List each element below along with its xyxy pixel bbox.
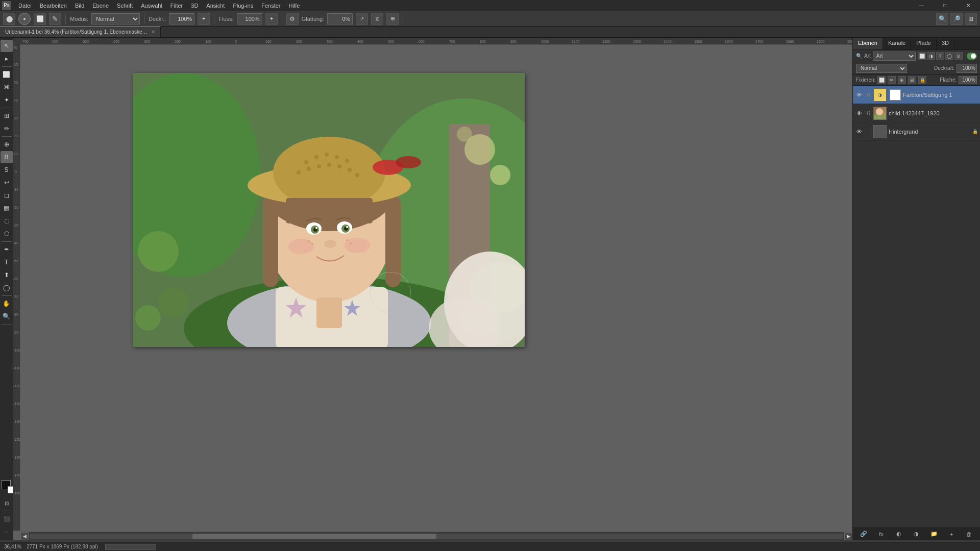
tool-move[interactable]: ↖	[1, 40, 13, 52]
layer-item-2[interactable]: 👁 ⛓ child-1423447_1920	[853, 104, 980, 122]
tool-quick-mask[interactable]: ⊡	[1, 497, 13, 509]
menu-bild[interactable]: Bild	[71, 2, 88, 10]
layer-1-visibility[interactable]: 👁	[855, 91, 863, 99]
scroll-left-button[interactable]: ◀	[20, 532, 29, 540]
filter-text-btn[interactable]: T	[936, 52, 944, 60]
tool-quick-select[interactable]: ✦	[1, 94, 13, 106]
tool-screen-mode[interactable]: ⬛	[1, 513, 13, 525]
tab-close-button[interactable]: ✕	[151, 29, 155, 35]
filter-adjust-btn[interactable]: ◑	[927, 52, 935, 60]
bg-swatch[interactable]	[8, 486, 14, 493]
tool-pen[interactable]: ✒	[1, 243, 13, 256]
tool-lasso[interactable]: ⌘	[1, 81, 13, 93]
filter-pixel-btn[interactable]: ⬜	[918, 52, 926, 60]
layer-2-visibility[interactable]: 👁	[855, 109, 863, 117]
modus-dropdown[interactable]: Normal Auflösen Abdunkeln Multiplizieren	[91, 13, 140, 24]
tool-clone[interactable]: S	[1, 164, 13, 176]
filter-shape-btn[interactable]: ◯	[945, 52, 953, 60]
menu-schrift[interactable]: Schrift	[113, 2, 137, 10]
lock-paint-btn[interactable]: ✏	[888, 76, 896, 84]
brush-preset-picker[interactable]: ⬤	[3, 13, 15, 25]
airbrush-toggle[interactable]: ✎	[49, 13, 61, 25]
minimize-button[interactable]: —	[910, 0, 933, 11]
tool-hand[interactable]: ✋	[1, 297, 13, 310]
pressure-flow-btn[interactable]: ✦	[265, 13, 278, 25]
glattung-input[interactable]	[327, 13, 353, 24]
lock-artboard-btn[interactable]: ⊕	[898, 76, 906, 84]
pressure-opacity-btn[interactable]: ✦	[198, 13, 210, 25]
search-btn[interactable]: 🔎	[950, 13, 963, 25]
layer-3-visibility[interactable]: 👁	[855, 128, 863, 136]
lock-position-btn[interactable]: ⊞	[908, 76, 916, 84]
fluss-input[interactable]	[237, 13, 262, 24]
menu-3d[interactable]: 3D	[187, 2, 202, 10]
layer-item-1[interactable]: 👁 ⛓ ◑ Farbton/Sättigung 1	[853, 86, 980, 104]
tab-pfade[interactable]: Pfade	[911, 38, 937, 49]
menu-bearbeiten[interactable]: Bearbeiten	[36, 2, 71, 10]
tool-path-selection[interactable]: ⬆	[1, 269, 13, 281]
tab-kanaele[interactable]: Kanäle	[883, 38, 911, 49]
tool-history-brush[interactable]: ↩	[1, 177, 13, 189]
cloud-search-btn[interactable]: 🔍	[936, 13, 948, 25]
tool-crop[interactable]: ⊞	[1, 110, 13, 122]
tab-ebenen[interactable]: Ebenen	[853, 38, 883, 49]
lock-transparent-btn[interactable]: ⬜	[877, 76, 886, 84]
symmetry-btn[interactable]: ⧖	[371, 13, 383, 25]
layer-2-chain[interactable]: ⛓	[865, 109, 871, 117]
tool-eyedropper[interactable]: ✏	[1, 122, 13, 135]
tool-extra[interactable]: ···	[1, 525, 13, 538]
adjustment-layer-btn[interactable]: ◑	[911, 530, 921, 539]
canvas-area[interactable]: -700 -600 -500 -400 -300 -200 -100 0 100…	[13, 38, 852, 540]
photo-canvas[interactable]	[133, 73, 525, 347]
fill-input[interactable]	[959, 76, 977, 84]
scroll-thumb-h[interactable]	[192, 534, 436, 539]
tool-blur[interactable]: ◌	[1, 215, 13, 227]
menu-plugins[interactable]: Plug-ins	[229, 2, 257, 10]
menu-auswahl[interactable]: Auswahl	[137, 2, 166, 10]
menu-ansicht[interactable]: Ansicht	[202, 2, 229, 10]
add-style-btn[interactable]: fx	[876, 530, 887, 539]
canvas-wrapper[interactable]	[20, 45, 852, 531]
tool-gradient[interactable]: ▦	[1, 202, 13, 214]
art-filter-dropdown[interactable]: Art	[873, 52, 916, 61]
menu-fenster[interactable]: Fenster	[257, 2, 284, 10]
lock-all-btn[interactable]: 🔒	[918, 76, 926, 84]
erase-mode-btn[interactable]: ⊕	[386, 13, 399, 25]
layer-1-chain[interactable]: ⛓	[865, 91, 871, 99]
brush-tool-options[interactable]: ⬜	[34, 13, 46, 25]
tool-dodge[interactable]: ⬡	[1, 228, 13, 240]
layer-item-3[interactable]: 👁 Hintergrund 🔒	[853, 122, 980, 141]
tab-3d[interactable]: 3D	[937, 38, 954, 49]
tool-eraser[interactable]: ◻	[1, 189, 13, 202]
menu-datei[interactable]: Datei	[14, 2, 36, 10]
document-tab[interactable]: Unbenannt-1 bei 36,4% (Farbton/Sättigung…	[0, 26, 161, 37]
tool-healing[interactable]: ⊕	[1, 138, 13, 151]
menu-filter[interactable]: Filter	[166, 2, 187, 10]
foreground-color[interactable]	[2, 480, 12, 490]
new-layer-btn[interactable]: +	[946, 530, 957, 539]
menu-ebene[interactable]: Ebene	[88, 2, 113, 10]
horizontal-scrollbar[interactable]: ◀ ▶	[20, 532, 852, 540]
tool-artboard[interactable]: ▸	[1, 53, 13, 65]
new-group-btn[interactable]: 📁	[929, 530, 939, 539]
add-mask-btn[interactable]: ◐	[894, 530, 904, 539]
tool-text[interactable]: T	[1, 256, 13, 268]
filter-toggle[interactable]	[967, 53, 977, 60]
scroll-right-button[interactable]: ▶	[844, 532, 852, 540]
filter-smart-btn[interactable]: ⊙	[954, 52, 963, 60]
glattung-options[interactable]: ⚙	[286, 13, 299, 25]
close-button[interactable]: ✕	[957, 0, 980, 11]
tool-shape[interactable]: ◯	[1, 282, 13, 294]
delete-layer-btn[interactable]: 🗑	[964, 530, 974, 539]
link-layers-btn[interactable]: 🔗	[859, 530, 869, 539]
opacity-input[interactable]	[957, 64, 977, 73]
scroll-track-h[interactable]	[30, 534, 843, 539]
maximize-button[interactable]: □	[933, 0, 957, 11]
deckraft-input[interactable]	[169, 13, 194, 24]
menu-hilfe[interactable]: Hilfe	[284, 2, 304, 10]
tool-brush[interactable]: B	[1, 151, 13, 163]
workspace-btn[interactable]: ⊞	[965, 13, 977, 25]
tool-marquee[interactable]: ⬜	[1, 68, 13, 81]
glattung-angle[interactable]: ↗	[356, 13, 368, 25]
tool-zoom[interactable]: 🔍	[1, 310, 13, 322]
